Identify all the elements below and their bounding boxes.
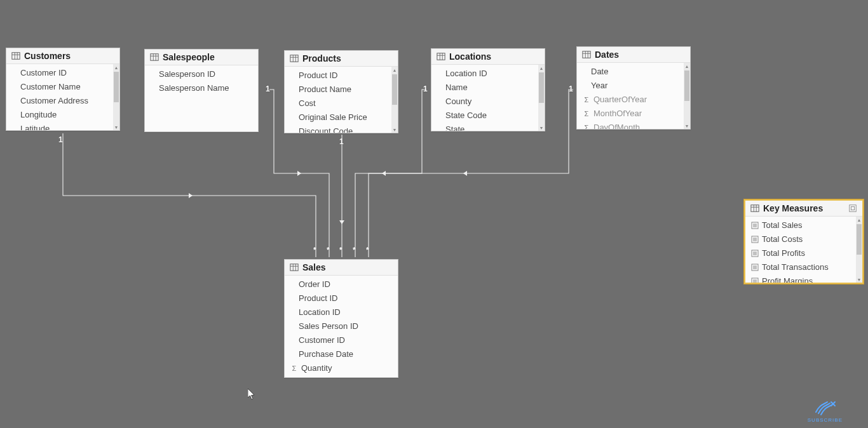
table-customers[interactable]: Customers Customer ID Customer Name Cust…	[6, 48, 120, 131]
field[interactable]: State Code	[431, 109, 545, 123]
field-measure[interactable]: Total Transactions	[745, 260, 862, 274]
field[interactable]: Customer ID	[6, 66, 119, 80]
table-header[interactable]: Key Measures	[745, 201, 862, 217]
field[interactable]: Longitude	[6, 108, 119, 122]
table-icon	[290, 54, 299, 63]
svg-rect-5	[12, 53, 20, 60]
cardinality-many: *	[339, 246, 342, 255]
field[interactable]: Latitude	[6, 122, 119, 130]
table-icon	[582, 50, 591, 59]
sigma-icon: Σ	[582, 109, 591, 118]
field-calculated[interactable]: ΣQuarterOfYear	[577, 93, 690, 107]
svg-marker-0	[189, 193, 193, 198]
field[interactable]: Name	[431, 81, 545, 95]
table-header[interactable]: Customers	[6, 48, 119, 64]
scroll-down-icon[interactable]: ▼	[113, 124, 119, 130]
table-key-measures[interactable]: Key Measures Total Sales Total Costs Tot…	[744, 199, 864, 284]
table-icon	[437, 52, 445, 61]
field-measure[interactable]: Total Sales	[745, 218, 862, 232]
field[interactable]: Salesperson Name	[145, 81, 258, 95]
field[interactable]: Location ID	[285, 305, 398, 319]
field[interactable]: Customer Name	[6, 80, 119, 94]
svg-marker-2	[382, 171, 386, 176]
field[interactable]: Discount Code	[285, 124, 398, 133]
field-calculated[interactable]: ΣMonthOfYear	[577, 107, 690, 121]
table-header[interactable]: Sales	[285, 260, 398, 276]
field-measure[interactable]: Total Costs	[745, 232, 862, 246]
field[interactable]: Customer Address	[6, 94, 119, 108]
field[interactable]: County	[431, 95, 545, 109]
measure-icon	[750, 249, 759, 258]
svg-rect-33	[850, 205, 857, 212]
table-title: Dates	[595, 50, 619, 60]
field[interactable]: State	[431, 123, 545, 131]
table-icon	[750, 204, 759, 213]
subscribe-label: SUBSCRIBE	[808, 417, 843, 423]
scrollbar[interactable]: ▲ ▼	[538, 65, 545, 131]
field[interactable]: Order ID	[285, 278, 398, 291]
sigma-icon: Σ	[582, 95, 591, 104]
scroll-thumb[interactable]	[114, 72, 119, 102]
field-measure[interactable]: Profit Margins	[745, 274, 862, 283]
measure-icon	[750, 235, 759, 244]
table-header[interactable]: Products	[285, 51, 398, 67]
field[interactable]: Sales Person ID	[285, 319, 398, 333]
scrollbar[interactable]: ▲ ▼	[391, 67, 398, 133]
table-title: Products	[302, 53, 341, 64]
cardinality-one: 1	[339, 137, 344, 146]
field[interactable]: Location ID	[431, 67, 545, 81]
field[interactable]: Customer ID	[285, 333, 398, 347]
cardinality-many: *	[366, 246, 369, 255]
svg-marker-3	[463, 171, 467, 176]
scroll-down-icon[interactable]: ▼	[391, 126, 398, 133]
svg-rect-17	[437, 53, 445, 60]
table-locations[interactable]: Locations Location ID Name County State …	[431, 48, 545, 131]
svg-rect-9	[151, 54, 158, 61]
scroll-down-icon[interactable]: ▼	[856, 276, 862, 283]
table-sales[interactable]: Sales Order ID Product ID Location ID Sa…	[284, 259, 398, 378]
scroll-down-icon[interactable]: ▼	[684, 123, 690, 129]
table-header[interactable]: Locations	[431, 49, 545, 65]
field[interactable]: Date	[577, 65, 690, 79]
svg-rect-34	[851, 206, 854, 210]
cardinality-one: 1	[266, 84, 270, 93]
sigma-icon: Σ	[290, 364, 299, 373]
svg-rect-29	[751, 205, 759, 212]
subscribe-icon	[812, 399, 837, 416]
scroll-up-icon[interactable]: ▲	[113, 64, 119, 70]
scroll-thumb[interactable]	[857, 224, 862, 255]
scroll-up-icon[interactable]: ▲	[391, 67, 398, 73]
table-salespeople[interactable]: Salespeople Salesperson ID Salesperson N…	[144, 49, 259, 132]
scroll-up-icon[interactable]: ▲	[684, 63, 690, 69]
scroll-down-icon[interactable]: ▼	[538, 124, 545, 131]
table-products[interactable]: Products Product ID Product Name Cost Or…	[284, 50, 398, 133]
scrollbar[interactable]: ▲ ▼	[113, 64, 119, 130]
scroll-up-icon[interactable]: ▲	[856, 217, 862, 223]
collapse-icon[interactable]	[848, 204, 857, 213]
field[interactable]: Cost	[285, 97, 398, 110]
scroll-thumb[interactable]	[392, 74, 397, 105]
scroll-thumb[interactable]	[684, 70, 689, 101]
field[interactable]: Product Name	[285, 83, 398, 97]
scroll-up-icon[interactable]: ▲	[538, 65, 545, 71]
field-calculated[interactable]: ΣDayOfMonth	[577, 121, 690, 129]
measure-icon	[750, 263, 759, 272]
sigma-icon: Σ	[582, 123, 591, 129]
table-title: Sales	[302, 262, 326, 272]
table-header[interactable]: Dates	[577, 47, 690, 63]
scroll-thumb[interactable]	[539, 72, 544, 103]
field[interactable]: Salesperson ID	[145, 67, 258, 81]
field[interactable]: Product ID	[285, 291, 398, 305]
field[interactable]: Year	[577, 79, 690, 93]
field[interactable]: Product ID	[285, 69, 398, 83]
table-dates[interactable]: Dates Date Year ΣQuarterOfYear ΣMonthOfY…	[576, 46, 691, 130]
svg-marker-4	[339, 220, 344, 224]
field-measure[interactable]: Total Profits	[745, 246, 862, 260]
measure-icon	[750, 221, 759, 230]
scrollbar[interactable]: ▲ ▼	[684, 63, 690, 129]
field[interactable]: Original Sale Price	[285, 110, 398, 124]
field[interactable]: ΣQuantity	[285, 361, 398, 375]
field[interactable]: Purchase Date	[285, 347, 398, 361]
scrollbar[interactable]: ▲ ▼	[856, 217, 862, 283]
table-header[interactable]: Salespeople	[145, 50, 258, 65]
